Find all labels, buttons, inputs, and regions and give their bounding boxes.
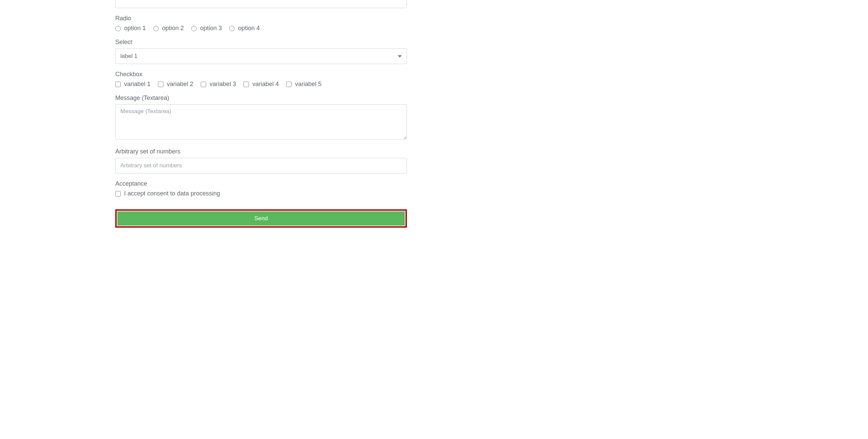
- acceptance-option[interactable]: I accept consent to data processing: [115, 190, 407, 197]
- checkbox-options: variabel 1 variabel 2 variabel 3 variabe…: [115, 81, 407, 88]
- radio-input[interactable]: [229, 26, 235, 31]
- checkbox-option[interactable]: variabel 2: [158, 81, 193, 88]
- numbers-input[interactable]: [115, 158, 407, 173]
- message-textarea[interactable]: [115, 104, 407, 140]
- checkbox-option[interactable]: variabel 5: [286, 81, 321, 88]
- send-button[interactable]: Send: [117, 211, 405, 226]
- checkbox-label: Checkbox: [115, 71, 407, 78]
- numbers-group: Arbitrary set of numbers: [115, 148, 407, 173]
- message-group: Message (Textarea): [115, 95, 407, 141]
- radio-option[interactable]: option 2: [153, 25, 184, 32]
- radio-option[interactable]: option 4: [229, 25, 260, 32]
- top-text-input[interactable]: [115, 0, 407, 8]
- radio-option[interactable]: option 1: [115, 25, 146, 32]
- checkbox-option[interactable]: variabel 1: [115, 81, 151, 88]
- acceptance-text: I accept consent to data processing: [124, 190, 220, 197]
- acceptance-group: Acceptance I accept consent to data proc…: [115, 180, 407, 197]
- checkbox-group: Checkbox variabel 1 variabel 2 variabel …: [115, 71, 407, 88]
- page-root: Radio option 1 option 2 option 3 option …: [0, 0, 868, 241]
- checkbox-input[interactable]: [286, 82, 292, 87]
- checkbox-input[interactable]: [158, 82, 163, 87]
- checkbox-option-label: variabel 3: [210, 81, 236, 88]
- checkbox-option-label: variabel 5: [295, 81, 321, 88]
- checkbox-input[interactable]: [115, 82, 121, 87]
- checkbox-input[interactable]: [201, 82, 206, 87]
- radio-option[interactable]: option 3: [191, 25, 222, 32]
- checkbox-option-label: variabel 4: [252, 81, 279, 88]
- radio-option-label: option 1: [124, 25, 146, 32]
- radio-group: Radio option 1 option 2 option 3 option …: [115, 15, 407, 32]
- radio-input[interactable]: [191, 26, 197, 31]
- checkbox-option[interactable]: variabel 3: [201, 81, 236, 88]
- radio-option-label: option 4: [238, 25, 260, 32]
- radio-option-label: option 2: [162, 25, 184, 32]
- send-highlight-box: Send: [115, 209, 407, 228]
- checkbox-input[interactable]: [243, 82, 249, 87]
- form: Radio option 1 option 2 option 3 option …: [115, 0, 407, 228]
- radio-input[interactable]: [153, 26, 159, 31]
- select-group: Select label 1: [115, 39, 407, 64]
- checkbox-option[interactable]: variabel 4: [243, 81, 279, 88]
- radio-input[interactable]: [115, 26, 121, 31]
- select-value: label 1: [120, 53, 137, 60]
- checkbox-option-label: variabel 2: [167, 81, 193, 88]
- radio-option-label: option 3: [200, 25, 222, 32]
- acceptance-label: Acceptance: [115, 180, 407, 187]
- acceptance-checkbox[interactable]: [115, 191, 121, 196]
- select-label: Select: [115, 39, 407, 46]
- top-text-field-group: [115, 0, 407, 8]
- select-dropdown[interactable]: label 1: [115, 48, 407, 64]
- chevron-down-icon: [398, 55, 402, 58]
- checkbox-option-label: variabel 1: [124, 81, 151, 88]
- message-label: Message (Textarea): [115, 95, 407, 102]
- radio-options: option 1 option 2 option 3 option 4: [115, 25, 407, 32]
- numbers-label: Arbitrary set of numbers: [115, 148, 407, 155]
- radio-label: Radio: [115, 15, 407, 22]
